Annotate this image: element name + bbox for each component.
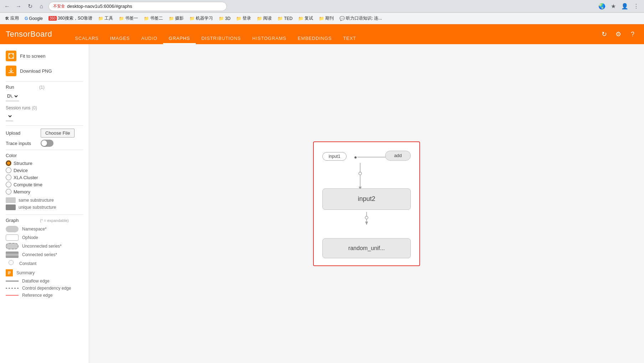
help-icon[interactable]: ? <box>627 28 638 40</box>
session-runs-label: Session runs <box>6 105 30 110</box>
opnode-shape <box>6 234 19 241</box>
bookmark-ml[interactable]: 📁 机器学习 <box>187 15 215 22</box>
bk2-icon: 📁 <box>144 16 149 21</box>
bookmark-photo[interactable]: 📁 摄影 <box>167 15 186 22</box>
session-runs-count: (0) <box>32 105 37 110</box>
profile-button[interactable]: 👤 <box>620 1 630 11</box>
color-compute-option[interactable]: Compute time <box>6 182 83 187</box>
nav-embeddings[interactable]: EMBEDDINGS <box>292 24 337 44</box>
graph-node-random[interactable]: random_unif... <box>322 238 411 258</box>
360-icon: 360 <box>48 16 57 21</box>
graph-canvas[interactable]: add input1 input2 random_unif... <box>89 44 644 363</box>
browser-bar: ← → ↻ ⌂ 不安全 desktop-naov1u5:6006/#graphs… <box>0 0 644 13</box>
same-substructure-label: same substructure <box>19 198 54 203</box>
upload-label: Upload <box>6 130 38 136</box>
bookmark-tools[interactable]: 📁 工具 <box>96 15 115 22</box>
session-runs-section: Session runs (0) <box>6 105 83 121</box>
bookmark-google[interactable]: G Google <box>22 15 45 22</box>
trace-inputs-row: Trace inputs <box>6 140 83 147</box>
toggle-track <box>41 140 53 147</box>
color-structure-radio[interactable] <box>6 160 11 166</box>
bookmark-apps[interactable]: 🛠 应用 <box>3 15 21 22</box>
reload-button[interactable]: ↻ <box>26 2 34 11</box>
svg-marker-9 <box>365 222 368 225</box>
graph-node-add[interactable]: add <box>385 151 411 161</box>
expandable-note: (* = expandable) <box>40 218 69 223</box>
address-bar[interactable]: 不安全 desktop-naov1u5:6006/#graphs <box>48 2 227 11</box>
color-device-radio[interactable] <box>6 167 11 173</box>
bookmark-exam[interactable]: 📁 复试 <box>296 15 315 22</box>
refresh-icon[interactable]: ↻ <box>598 28 610 40</box>
bookmark-ted-label: TED <box>284 16 292 21</box>
color-radio-group: Structure Device XLA Cluster Compute tim… <box>6 160 83 195</box>
home-button[interactable]: ⌂ <box>37 2 46 11</box>
choose-file-button[interactable]: Choose File <box>41 129 75 138</box>
sidebar: Fit to screen Download PNG Run (1) D\. <box>0 44 89 363</box>
color-section: Color Structure Device XLA Cluster Compu… <box>6 153 83 210</box>
legend-connected-label: Connected series* <box>22 252 57 257</box>
ted-icon: 📁 <box>277 16 283 21</box>
main-nav: SCALARS IMAGES AUDIO GRAPHS DISTRIBUTION… <box>69 24 362 44</box>
bookmark-read[interactable]: 📁 阅读 <box>255 15 274 22</box>
run-label: Run <box>6 84 38 90</box>
exam-icon: 📁 <box>298 16 303 21</box>
session-runs-select[interactable] <box>6 111 13 121</box>
graph-node-input1[interactable]: input1 <box>322 152 347 161</box>
color-device-option[interactable]: Device <box>6 167 83 173</box>
bookmark-ted[interactable]: 📁 TED <box>275 15 295 22</box>
bookmark-listening[interactable]: 💬 听力口语知识: 连... <box>337 15 384 22</box>
color-memory-radio[interactable] <box>6 189 11 195</box>
translate-button[interactable]: 🌏 <box>597 1 607 11</box>
divider-1 <box>6 81 83 82</box>
nav-distributions[interactable]: DISTRIBUTIONS <box>196 24 247 44</box>
download-png-action[interactable]: Download PNG <box>6 63 83 78</box>
color-xla-option[interactable]: XLA Cluster <box>6 175 83 180</box>
fit-to-screen-icon <box>6 51 16 61</box>
legend-summary-label: Summary <box>16 270 35 275</box>
trace-inputs-toggle[interactable] <box>41 140 53 147</box>
bookmark-journal[interactable]: 📁 期刊 <box>317 15 336 22</box>
back-button[interactable]: ← <box>3 2 11 11</box>
legend-unconnected-label: Unconnected series* <box>22 244 62 249</box>
graph-node-input2[interactable]: input2 <box>322 188 411 210</box>
read-icon: 📁 <box>257 16 262 21</box>
color-compute-radio[interactable] <box>6 182 11 187</box>
nav-histograms[interactable]: HISTOGRAMS <box>247 24 292 44</box>
nav-text[interactable]: TEXT <box>337 24 362 44</box>
color-memory-option[interactable]: Memory <box>6 189 83 195</box>
legend-namespace: Namespace* <box>6 226 83 232</box>
forward-button[interactable]: → <box>14 2 23 11</box>
bookmark-bk1[interactable]: 📁 书签一 <box>117 15 140 22</box>
color-structure-option[interactable]: Structure <box>6 160 83 166</box>
bookmark-360[interactable]: 360 360搜索，SO靠谱 <box>46 15 94 22</box>
bookmark-3d[interactable]: 📁 3D <box>216 15 232 22</box>
download-icon <box>6 66 16 76</box>
bookmark-360-label: 360搜索，SO靠谱 <box>58 15 92 21</box>
bookmark-button[interactable]: ★ <box>608 1 618 11</box>
login-icon: 📁 <box>236 16 241 21</box>
bookmark-login[interactable]: 📁 登录 <box>234 15 253 22</box>
nav-audio[interactable]: AUDIO <box>136 24 163 44</box>
color-memory-label: Memory <box>14 189 30 195</box>
3d-icon: 📁 <box>219 16 224 21</box>
nav-graphs[interactable]: GRAPHS <box>163 24 196 44</box>
bookmark-tools-label: 工具 <box>104 15 113 21</box>
legend-dataflow: Dataflow edge <box>6 279 83 284</box>
legend-dataflow-label: Dataflow edge <box>22 279 50 284</box>
bookmark-bk1-label: 书签一 <box>125 15 138 21</box>
nav-scalars[interactable]: SCALARS <box>69 24 104 44</box>
color-xla-radio[interactable] <box>6 175 11 180</box>
trace-inputs-label: Trace inputs <box>6 141 38 146</box>
google-icon: G <box>25 16 28 21</box>
input1-connector-dot <box>354 156 357 159</box>
nav-images[interactable]: IMAGES <box>104 24 136 44</box>
more-button[interactable]: ⋮ <box>631 1 641 11</box>
tools-icon: 📁 <box>98 16 103 21</box>
namespace-shape <box>6 226 19 232</box>
same-substructure-swatch <box>6 197 16 203</box>
summary-shape <box>6 269 13 276</box>
fit-to-screen-action[interactable]: Fit to screen <box>6 48 83 63</box>
run-select[interactable]: D\. <box>6 91 19 101</box>
settings-icon[interactable]: ⚙ <box>613 28 624 40</box>
bookmark-bk2[interactable]: 📁 书签二 <box>142 15 165 22</box>
